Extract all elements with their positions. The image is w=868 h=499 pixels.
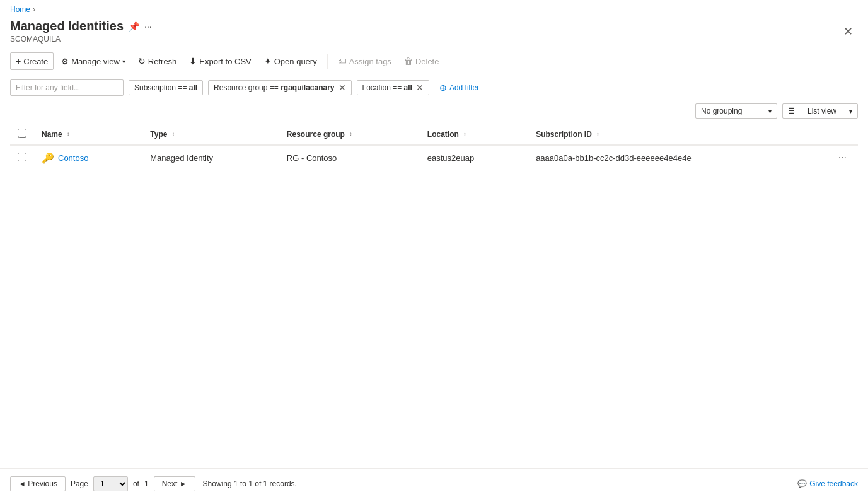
- page-subtitle: SCOMAQUILA: [10, 35, 833, 44]
- type-cell: Managed Identity: [142, 145, 279, 170]
- breadcrumb-home[interactable]: Home: [10, 5, 30, 14]
- plus-icon: +: [16, 56, 21, 66]
- resource-group-column-header[interactable]: Resource group ↕: [279, 124, 420, 145]
- resource-group-filter-label: Resource group == rgaquilacanary: [214, 83, 334, 92]
- delete-button[interactable]: 🗑 Delete: [399, 53, 444, 69]
- breadcrumb: Home ›: [0, 0, 868, 16]
- type-sort-icon: ↕: [172, 132, 175, 137]
- tag-icon: 🏷: [338, 56, 347, 66]
- resource-name-link[interactable]: Contoso: [58, 153, 88, 163]
- location-sort-icon: ↕: [463, 132, 466, 137]
- name-column-header[interactable]: Name ↕: [34, 124, 142, 145]
- view-controls: No grouping ▾ ☰ List view ▾: [0, 101, 868, 124]
- toolbar: + Create ⚙ Manage view ▾ ↻ Refresh ⬇ Exp…: [0, 49, 868, 74]
- toolbar-divider: [327, 54, 328, 69]
- view-chevron-icon: ▾: [849, 108, 852, 115]
- refresh-icon: ↻: [138, 56, 146, 66]
- row-checkbox[interactable]: [18, 153, 26, 161]
- close-button[interactable]: ✕: [838, 22, 858, 41]
- grouping-chevron-icon: ▾: [768, 108, 772, 115]
- create-button[interactable]: + Create: [10, 52, 54, 70]
- location-column-header[interactable]: Location ↕: [420, 124, 528, 145]
- resource-icon: 🔑: [42, 152, 54, 164]
- view-dropdown[interactable]: ☰ List view ▾: [782, 103, 858, 119]
- export-icon: ⬇: [189, 56, 197, 66]
- grouping-dropdown[interactable]: No grouping ▾: [695, 103, 777, 119]
- breadcrumb-separator: ›: [33, 5, 35, 14]
- query-icon: ✦: [264, 56, 272, 66]
- table-header-row: Name ↕ Type ↕ Resource group ↕ Location …: [10, 124, 858, 145]
- resource-group-filter-close[interactable]: ✕: [339, 83, 346, 92]
- row-more-actions-cell[interactable]: ···: [827, 145, 858, 170]
- page-title: Managed Identities: [10, 19, 124, 33]
- refresh-button[interactable]: ↻ Refresh: [133, 53, 182, 69]
- settings-icon: ⚙: [61, 57, 69, 66]
- type-column-header[interactable]: Type ↕: [142, 124, 279, 145]
- select-all-checkbox[interactable]: [18, 129, 26, 138]
- name-sort-icon: ↕: [67, 132, 69, 137]
- subscription-id-cell: aaaa0a0a-bb1b-cc2c-dd3d-eeeeee4e4e4e: [528, 145, 827, 170]
- chevron-down-icon: ▾: [122, 58, 125, 65]
- resource-group-filter-tag: Resource group == rgaquilacanary ✕: [208, 80, 351, 95]
- row-checkbox-cell[interactable]: [10, 145, 34, 170]
- pin-icon[interactable]: 📌: [129, 21, 139, 32]
- manage-view-button[interactable]: ⚙ Manage view ▾: [56, 54, 130, 69]
- export-csv-button[interactable]: ⬇ Export to CSV: [184, 53, 256, 69]
- actions-column-header: [827, 124, 858, 145]
- add-filter-button[interactable]: ⊕ Add filter: [434, 80, 484, 95]
- subscription-sort-icon: ↕: [596, 132, 599, 137]
- assign-tags-button[interactable]: 🏷 Assign tags: [333, 53, 396, 69]
- more-options-icon[interactable]: ···: [144, 21, 152, 32]
- filter-bar: Subscription == all Resource group == rg…: [0, 74, 868, 101]
- subscription-id-column-header[interactable]: Subscription ID ↕: [528, 124, 827, 145]
- subscription-filter-tag: Subscription == all: [129, 80, 203, 95]
- table-row: 🔑 Contoso Managed Identity RG - Contoso …: [10, 145, 858, 170]
- open-query-button[interactable]: ✦ Open query: [259, 53, 322, 69]
- delete-icon: 🗑: [404, 56, 413, 66]
- location-filter-tag: Location == all ✕: [357, 80, 429, 95]
- resource-group-sort-icon: ↕: [349, 132, 352, 137]
- select-all-header[interactable]: [10, 124, 34, 145]
- location-cell: eastus2euap: [420, 145, 528, 170]
- page-header: Managed Identities 📌 ··· SCOMAQUILA ✕: [0, 16, 868, 49]
- list-view-icon: ☰: [788, 107, 795, 115]
- subscription-filter-label: Subscription == all: [134, 83, 197, 92]
- resource-group-cell: RG - Contoso: [279, 145, 420, 170]
- name-cell: 🔑 Contoso: [34, 145, 142, 170]
- filter-input[interactable]: [10, 79, 124, 96]
- add-filter-icon: ⊕: [439, 83, 447, 93]
- resources-table: Name ↕ Type ↕ Resource group ↕ Location …: [10, 124, 858, 170]
- location-filter-label: Location == all: [362, 83, 412, 92]
- location-filter-close[interactable]: ✕: [416, 83, 424, 92]
- table-container: Name ↕ Type ↕ Resource group ↕ Location …: [0, 124, 868, 170]
- row-more-actions-button[interactable]: ···: [835, 151, 850, 165]
